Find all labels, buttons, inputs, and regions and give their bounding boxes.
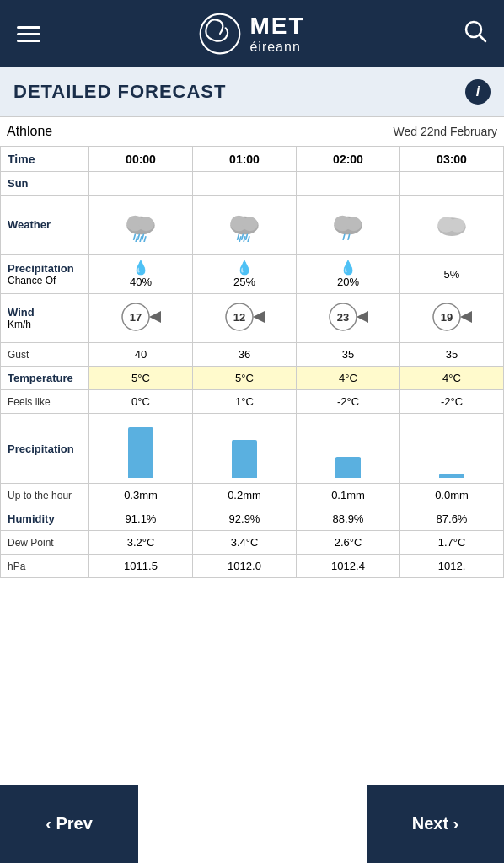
prev-button[interactable]: ‹ Prev [0,785,138,863]
svg-text:17: 17 [130,311,142,324]
logo-spiral-icon [199,13,241,55]
svg-line-20 [248,237,249,242]
precip-03: 5% [400,255,504,294]
time-row: Time 00:00 01:00 02:00 03:00 [1,147,504,172]
weather-icon-03 [400,196,504,255]
humidity-03: 87.6% [400,507,504,531]
feels-02: -2°C [297,390,400,414]
wind-01: 12 [193,294,297,343]
precip-mm-01: 0.2mm [193,484,297,507]
search-icon[interactable] [464,19,487,48]
svg-line-10 [140,237,142,242]
svg-line-18 [239,237,241,242]
hpa-row: hPa 1011.5 1012.0 1012.4 1012. [1,555,504,578]
humidity-row: Humidity 91.1% 92.9% 88.9% 87.6% [1,507,504,531]
weather-icon-02 [297,196,400,255]
svg-text:23: 23 [337,311,349,324]
svg-line-9 [136,237,137,242]
svg-text:19: 19 [441,311,453,324]
logo-text: MET éireann [249,13,304,54]
gust-01: 36 [193,343,297,367]
wind-02: 23 [297,294,400,343]
svg-line-7 [138,234,140,239]
weather-label: Weather [1,196,89,255]
dew-point-row: Dew Point 3.2°C 3.4°C 2.6°C 1.7°C [1,531,504,555]
forecast-table: Time 00:00 01:00 02:00 03:00 Sun Weather… [0,147,504,578]
app-logo: MET éireann [199,13,304,55]
up-to-hour-label: Up to the hour [1,484,89,507]
info-button[interactable]: i [465,79,491,105]
sun-label: Sun [1,172,89,196]
svg-marker-34 [253,311,265,323]
wind-00: 17 [89,294,193,343]
svg-line-2 [480,35,485,41]
temperature-label: Temperature [1,367,89,390]
svg-line-15 [238,234,239,239]
page-title: DETAILED FORECAST [13,81,226,103]
precip-mm-02: 0.1mm [297,484,400,507]
feels-03: -2°C [400,390,504,414]
time-03: 03:00 [400,147,504,172]
svg-marker-37 [357,311,368,323]
svg-marker-40 [460,311,472,323]
dew-00: 3.2°C [89,531,193,555]
precip-01: 💧 25% [193,255,297,294]
gust-02: 35 [297,343,400,367]
svg-point-23 [346,217,362,232]
svg-point-28 [450,218,465,233]
feels-01: 1°C [193,390,297,414]
nav-spacer [138,785,367,863]
sun-00 [89,172,193,196]
wind-03: 19 [400,294,504,343]
svg-line-24 [343,234,345,239]
sun-03 [400,172,504,196]
svg-marker-31 [149,311,161,323]
wind-row: Wind Km/h 17 12 23 [1,294,504,343]
precip-02: 💧 20% [297,255,400,294]
svg-line-11 [144,237,146,242]
svg-text:12: 12 [233,311,245,324]
hpa-01: 1012.0 [193,555,297,578]
menu-button[interactable] [17,26,40,42]
sun-01 [193,172,297,196]
logo-eireann: éireann [249,40,304,55]
svg-line-25 [348,234,350,239]
dew-01: 3.4°C [193,531,297,555]
feels-like-label: Feels like [1,390,89,414]
precip-section-row: Precipitation [1,414,504,484]
temp-03: 4°C [400,367,504,390]
precip-bar-03 [400,414,504,484]
wind-label: Wind Km/h [1,294,89,343]
temp-01: 5°C [193,367,297,390]
precip-bar-01 [193,414,297,484]
next-button[interactable]: Next › [367,785,504,863]
humidity-00: 91.1% [89,507,193,531]
temp-00: 5°C [89,367,193,390]
sun-row: Sun [1,172,504,196]
precip-row: Precipitation Chance Of 💧 40% 💧 25% 💧 20… [1,255,504,294]
bottom-navigation: ‹ Prev Next › [0,785,504,863]
weather-icon-01 [193,196,297,255]
precip-bar-00 [89,414,193,484]
feels-like-row: Feels like 0°C 1°C -2°C -2°C [1,390,504,414]
gust-row: Gust 40 36 35 35 [1,343,504,367]
svg-point-14 [243,217,258,232]
logo-met: MET [249,13,304,40]
up-to-hour-row: Up to the hour 0.3mm 0.2mm 0.1mm 0.0mm [1,484,504,507]
precip-00: 💧 40% [89,255,193,294]
precip-label: Precipitation Chance Of [1,255,89,294]
dew-point-label: Dew Point [1,531,89,555]
svg-line-8 [142,234,144,239]
gust-label: Gust [1,343,89,367]
app-header: MET éireann [0,0,504,67]
svg-line-6 [134,234,136,239]
title-bar: DETAILED FORECAST i [0,67,504,117]
precip-mm-03: 0.0mm [400,484,504,507]
time-00: 00:00 [89,147,193,172]
hpa-03: 1012. [400,555,504,578]
precip-bar-02 [297,414,400,484]
weather-row: Weather [1,196,504,255]
location-date-row: Athlone Wed 22nd February [0,117,504,147]
dew-02: 2.6°C [297,531,400,555]
weather-icon-00 [89,196,193,255]
